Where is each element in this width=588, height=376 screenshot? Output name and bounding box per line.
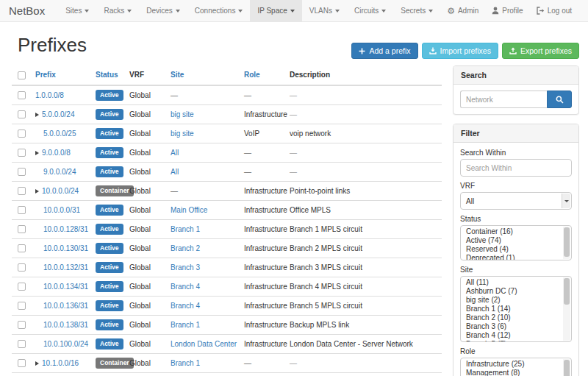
filter-option[interactable]: Ashburn DC (7) (462, 287, 562, 296)
status-multiselect[interactable]: Container (16)Active (74)Reserved (4)Dep… (460, 225, 572, 260)
col-header-prefix[interactable]: Prefix (29, 65, 90, 85)
prefix-link[interactable]: 9.0.0.0/8 (42, 149, 71, 157)
site-link[interactable]: big site (171, 130, 194, 138)
add-prefix-button[interactable]: Add a prefix (351, 43, 417, 59)
filter-option[interactable]: Container (16) (462, 227, 562, 236)
filter-option[interactable]: big site (2) (462, 296, 562, 305)
site-link[interactable]: All (171, 149, 179, 157)
site-multiselect[interactable]: All (11)Ashburn DC (7)big site (2)Branch… (460, 276, 572, 342)
expand-caret-icon[interactable] (35, 113, 39, 117)
row-checkbox[interactable] (18, 321, 26, 329)
expand-caret-icon[interactable] (35, 151, 39, 155)
filter-option[interactable]: All (11) (462, 278, 562, 287)
expand-caret-icon[interactable] (35, 361, 39, 366)
site-link[interactable]: Branch 1 (171, 225, 200, 233)
filter-option[interactable]: Reserved (4) (462, 245, 562, 254)
site-link[interactable]: All (171, 168, 179, 176)
search-input[interactable] (460, 91, 547, 108)
export-prefixes-button[interactable]: Export prefixes (502, 43, 579, 59)
nav-item-admin[interactable]: ⚙ Admin (440, 0, 485, 21)
prefix-link[interactable]: 10.0.0.134/31 (43, 283, 88, 291)
prefix-link[interactable]: 10.0.0.0/31 (43, 206, 80, 214)
vrf-select[interactable]: All (460, 192, 572, 210)
nav-item-devices[interactable]: Devices (139, 0, 187, 21)
nav-item-racks[interactable]: Racks (96, 0, 139, 21)
site-link[interactable]: Main Office (171, 206, 207, 214)
filter-option[interactable]: Branch 4 (12) (462, 331, 562, 340)
app-brand[interactable]: NetBox (9, 0, 58, 21)
row-checkbox[interactable] (18, 91, 26, 99)
expand-caret-icon[interactable] (35, 189, 39, 194)
row-checkbox[interactable] (18, 130, 26, 138)
nav-item-logout[interactable]: Log out (530, 0, 578, 21)
filter-option[interactable]: Branch 5 (7) (462, 340, 562, 342)
site-link[interactable]: Branch 2 (171, 244, 200, 252)
col-header-site[interactable]: Site (165, 65, 238, 85)
row-checkbox[interactable] (18, 149, 26, 157)
row-checkbox[interactable] (18, 283, 26, 291)
prefix-link[interactable]: 10.0.0.132/31 (43, 263, 88, 272)
filter-option[interactable]: Deprecated (1) (462, 254, 562, 260)
prefix-link[interactable]: 10.0.0.0/24 (42, 187, 79, 195)
row-checkbox[interactable] (18, 225, 26, 233)
nav-item-connections[interactable]: Connections (187, 0, 251, 21)
prefix-link[interactable]: 10.0.0.138/31 (43, 321, 88, 329)
nav-item-profile[interactable]: Profile (485, 0, 529, 21)
vrf-cell: Global (123, 258, 165, 277)
filter-option[interactable]: Branch 2 (10) (462, 313, 562, 322)
row-checkbox[interactable] (18, 302, 26, 310)
scrollbar-thumb[interactable] (564, 227, 570, 257)
site-link[interactable]: Branch 1 (171, 359, 200, 367)
vrf-cell: Global (123, 353, 165, 372)
row-checkbox[interactable] (18, 340, 26, 348)
prefix-link[interactable]: 10.1.0.0/16 (42, 359, 79, 367)
site-link[interactable]: Branch 1 (171, 321, 200, 329)
scrollbar-thumb[interactable] (564, 360, 570, 376)
filter-option[interactable]: Branch 1 (14) (462, 305, 562, 313)
scrollbar[interactable] (563, 227, 570, 259)
site-link[interactable]: Branch 3 (171, 263, 200, 272)
role-cell: Infrastructure (238, 219, 284, 238)
scrollbar[interactable] (563, 359, 570, 376)
prefix-link[interactable]: 10.0.0.130/31 (43, 244, 88, 252)
search-button[interactable] (547, 91, 572, 108)
search-within-input[interactable] (460, 159, 572, 177)
filter-option[interactable]: Branch 3 (6) (462, 322, 562, 331)
nav-item-secrets[interactable]: Secrets (393, 0, 440, 21)
nav-item-ip-space[interactable]: IP Space (250, 0, 301, 21)
row-checkbox[interactable] (18, 187, 26, 195)
site-link[interactable]: Branch 4 (171, 283, 200, 291)
import-prefixes-button[interactable]: Import prefixes (422, 43, 498, 59)
row-checkbox[interactable] (18, 110, 26, 118)
role-multiselect[interactable]: Infrastructure (25)Management (8)Private… (460, 358, 572, 376)
nav-item-sites[interactable]: Sites (58, 0, 96, 21)
nav-item-circuits[interactable]: Circuits (347, 0, 393, 21)
prefix-link[interactable]: 1.0.0.0/8 (35, 91, 64, 99)
prefix-link[interactable]: 5.0.0.0/24 (42, 110, 74, 118)
scrollbar-thumb[interactable] (564, 278, 570, 305)
prefix-link[interactable]: 10.0.0.136/31 (43, 302, 88, 310)
scrollbar[interactable] (563, 277, 570, 341)
filter-option[interactable]: Management (8) (462, 369, 562, 376)
row-checkbox[interactable] (18, 244, 26, 252)
row-checkbox[interactable] (18, 206, 26, 214)
nav-item-vlans[interactable]: VLANs (302, 0, 347, 21)
select-all-checkbox[interactable] (18, 71, 26, 79)
table-row: 1.0.0.0/8ActiveGlobal——— (12, 85, 442, 105)
filter-option[interactable]: Active (74) (462, 236, 562, 245)
site-link[interactable]: Branch 4 (171, 302, 200, 310)
row-checkbox[interactable] (18, 168, 26, 176)
row-checkbox[interactable] (18, 359, 26, 367)
status-cell: Active (90, 334, 123, 353)
prefix-link[interactable]: 10.0.0.128/31 (43, 225, 88, 233)
col-header-role[interactable]: Role (238, 65, 284, 85)
vrf-value: Global (129, 359, 151, 367)
prefix-link[interactable]: 9.0.0.0/24 (43, 168, 76, 176)
col-header-status[interactable]: Status (90, 65, 123, 85)
site-link[interactable]: London Data Center (171, 340, 237, 348)
prefix-link[interactable]: 5.0.0.0/25 (43, 130, 76, 138)
filter-option[interactable]: Infrastructure (25) (462, 360, 562, 369)
site-link[interactable]: big site (171, 110, 194, 118)
row-checkbox[interactable] (18, 263, 26, 272)
prefix-link[interactable]: 10.0.100.0/24 (43, 340, 88, 348)
